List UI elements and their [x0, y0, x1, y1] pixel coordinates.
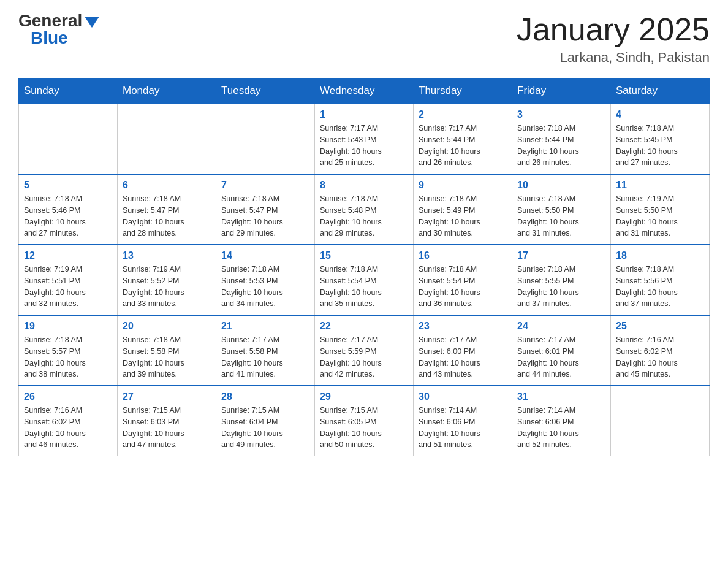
calendar-cell: 27Sunrise: 7:15 AM Sunset: 6:03 PM Dayli… — [118, 386, 216, 456]
day-info: Sunrise: 7:17 AM Sunset: 6:00 PM Dayligh… — [419, 334, 507, 380]
day-info: Sunrise: 7:18 AM Sunset: 5:53 PM Dayligh… — [221, 264, 309, 310]
day-info: Sunrise: 7:18 AM Sunset: 5:54 PM Dayligh… — [320, 264, 408, 310]
logo: General Blue — [18, 12, 99, 47]
day-number: 7 — [221, 180, 309, 191]
calendar-cell: 18Sunrise: 7:18 AM Sunset: 5:56 PM Dayli… — [611, 245, 710, 315]
day-number: 17 — [517, 250, 605, 261]
calendar-cell: 7Sunrise: 7:18 AM Sunset: 5:47 PM Daylig… — [216, 174, 315, 245]
calendar-cell — [611, 386, 710, 456]
day-info: Sunrise: 7:18 AM Sunset: 5:44 PM Dayligh… — [517, 123, 605, 169]
day-info: Sunrise: 7:19 AM Sunset: 5:52 PM Dayligh… — [123, 264, 211, 310]
day-info: Sunrise: 7:18 AM Sunset: 5:57 PM Dayligh… — [24, 334, 112, 380]
day-header-monday: Monday — [118, 79, 216, 104]
month-title: January 2025 — [517, 12, 710, 47]
logo-triangle-icon — [85, 17, 99, 28]
day-info: Sunrise: 7:14 AM Sunset: 6:06 PM Dayligh… — [517, 405, 605, 451]
calendar-cell: 31Sunrise: 7:14 AM Sunset: 6:06 PM Dayli… — [512, 386, 611, 456]
day-info: Sunrise: 7:18 AM Sunset: 5:48 PM Dayligh… — [320, 193, 408, 239]
calendar-cell: 9Sunrise: 7:18 AM Sunset: 5:49 PM Daylig… — [414, 174, 512, 245]
day-number: 9 — [419, 180, 507, 191]
day-header-saturday: Saturday — [611, 79, 710, 104]
day-number: 31 — [517, 391, 605, 402]
calendar-cell: 26Sunrise: 7:16 AM Sunset: 6:02 PM Dayli… — [19, 386, 118, 456]
day-header-sunday: Sunday — [19, 79, 118, 104]
day-info: Sunrise: 7:18 AM Sunset: 5:50 PM Dayligh… — [517, 193, 605, 239]
day-info: Sunrise: 7:17 AM Sunset: 5:43 PM Dayligh… — [320, 123, 408, 169]
day-number: 22 — [320, 321, 408, 332]
day-info: Sunrise: 7:17 AM Sunset: 5:59 PM Dayligh… — [320, 334, 408, 380]
day-number: 14 — [221, 250, 309, 261]
page-header: General Blue January 2025 Larkana, Sindh… — [18, 12, 710, 66]
day-number: 10 — [517, 180, 605, 191]
calendar-cell: 11Sunrise: 7:19 AM Sunset: 5:50 PM Dayli… — [611, 174, 710, 245]
logo-blue-text: Blue — [31, 29, 68, 47]
day-info: Sunrise: 7:19 AM Sunset: 5:50 PM Dayligh… — [616, 193, 704, 239]
calendar-cell: 3Sunrise: 7:18 AM Sunset: 5:44 PM Daylig… — [512, 104, 611, 174]
logo-general-text: General — [18, 12, 82, 29]
week-row-5: 26Sunrise: 7:16 AM Sunset: 6:02 PM Dayli… — [19, 386, 710, 456]
calendar-cell: 17Sunrise: 7:18 AM Sunset: 5:55 PM Dayli… — [512, 245, 611, 315]
calendar-cell: 2Sunrise: 7:17 AM Sunset: 5:44 PM Daylig… — [414, 104, 512, 174]
day-number: 21 — [221, 321, 309, 332]
day-number: 16 — [419, 250, 507, 261]
calendar-cell: 12Sunrise: 7:19 AM Sunset: 5:51 PM Dayli… — [19, 245, 118, 315]
day-info: Sunrise: 7:15 AM Sunset: 6:04 PM Dayligh… — [221, 405, 309, 451]
day-info: Sunrise: 7:18 AM Sunset: 5:46 PM Dayligh… — [24, 193, 112, 239]
day-number: 2 — [419, 109, 507, 120]
day-info: Sunrise: 7:18 AM Sunset: 5:58 PM Dayligh… — [123, 334, 211, 380]
calendar-cell: 22Sunrise: 7:17 AM Sunset: 5:59 PM Dayli… — [315, 315, 414, 386]
calendar-cell — [216, 104, 315, 174]
day-info: Sunrise: 7:17 AM Sunset: 5:58 PM Dayligh… — [221, 334, 309, 380]
calendar-cell: 4Sunrise: 7:18 AM Sunset: 5:45 PM Daylig… — [611, 104, 710, 174]
calendar-cell — [19, 104, 118, 174]
calendar-cell: 6Sunrise: 7:18 AM Sunset: 5:47 PM Daylig… — [118, 174, 216, 245]
day-info: Sunrise: 7:14 AM Sunset: 6:06 PM Dayligh… — [419, 405, 507, 451]
day-number: 26 — [24, 391, 112, 402]
day-header-thursday: Thursday — [414, 79, 512, 104]
calendar-cell: 25Sunrise: 7:16 AM Sunset: 6:02 PM Dayli… — [611, 315, 710, 386]
day-number: 13 — [123, 250, 211, 261]
day-info: Sunrise: 7:19 AM Sunset: 5:51 PM Dayligh… — [24, 264, 112, 310]
calendar-header-row: SundayMondayTuesdayWednesdayThursdayFrid… — [19, 79, 710, 104]
day-number: 30 — [419, 391, 507, 402]
calendar-cell: 30Sunrise: 7:14 AM Sunset: 6:06 PM Dayli… — [414, 386, 512, 456]
day-info: Sunrise: 7:16 AM Sunset: 6:02 PM Dayligh… — [24, 405, 112, 451]
calendar-cell: 8Sunrise: 7:18 AM Sunset: 5:48 PM Daylig… — [315, 174, 414, 245]
calendar-cell: 1Sunrise: 7:17 AM Sunset: 5:43 PM Daylig… — [315, 104, 414, 174]
day-info: Sunrise: 7:16 AM Sunset: 6:02 PM Dayligh… — [616, 334, 704, 380]
calendar-cell: 24Sunrise: 7:17 AM Sunset: 6:01 PM Dayli… — [512, 315, 611, 386]
calendar-cell: 5Sunrise: 7:18 AM Sunset: 5:46 PM Daylig… — [19, 174, 118, 245]
day-header-tuesday: Tuesday — [216, 79, 315, 104]
day-info: Sunrise: 7:18 AM Sunset: 5:47 PM Dayligh… — [221, 193, 309, 239]
calendar-cell: 13Sunrise: 7:19 AM Sunset: 5:52 PM Dayli… — [118, 245, 216, 315]
calendar-cell: 21Sunrise: 7:17 AM Sunset: 5:58 PM Dayli… — [216, 315, 315, 386]
day-number: 12 — [24, 250, 112, 261]
day-info: Sunrise: 7:17 AM Sunset: 6:01 PM Dayligh… — [517, 334, 605, 380]
day-info: Sunrise: 7:15 AM Sunset: 6:03 PM Dayligh… — [123, 405, 211, 451]
day-header-friday: Friday — [512, 79, 611, 104]
day-number: 25 — [616, 321, 704, 332]
day-number: 20 — [123, 321, 211, 332]
calendar-cell: 29Sunrise: 7:15 AM Sunset: 6:05 PM Dayli… — [315, 386, 414, 456]
day-number: 6 — [123, 180, 211, 191]
day-number: 5 — [24, 180, 112, 191]
calendar-cell: 15Sunrise: 7:18 AM Sunset: 5:54 PM Dayli… — [315, 245, 414, 315]
day-info: Sunrise: 7:15 AM Sunset: 6:05 PM Dayligh… — [320, 405, 408, 451]
day-header-wednesday: Wednesday — [315, 79, 414, 104]
day-number: 11 — [616, 180, 704, 191]
day-number: 28 — [221, 391, 309, 402]
day-number: 29 — [320, 391, 408, 402]
title-section: January 2025 Larkana, Sindh, Pakistan — [517, 12, 710, 66]
location: Larkana, Sindh, Pakistan — [517, 50, 710, 66]
day-info: Sunrise: 7:18 AM Sunset: 5:56 PM Dayligh… — [616, 264, 704, 310]
calendar-cell: 28Sunrise: 7:15 AM Sunset: 6:04 PM Dayli… — [216, 386, 315, 456]
calendar-cell: 19Sunrise: 7:18 AM Sunset: 5:57 PM Dayli… — [19, 315, 118, 386]
day-number: 1 — [320, 109, 408, 120]
day-number: 27 — [123, 391, 211, 402]
calendar-cell: 14Sunrise: 7:18 AM Sunset: 5:53 PM Dayli… — [216, 245, 315, 315]
day-number: 24 — [517, 321, 605, 332]
calendar-table: SundayMondayTuesdayWednesdayThursdayFrid… — [18, 78, 710, 456]
day-number: 15 — [320, 250, 408, 261]
day-info: Sunrise: 7:18 AM Sunset: 5:49 PM Dayligh… — [419, 193, 507, 239]
week-row-1: 1Sunrise: 7:17 AM Sunset: 5:43 PM Daylig… — [19, 104, 710, 174]
